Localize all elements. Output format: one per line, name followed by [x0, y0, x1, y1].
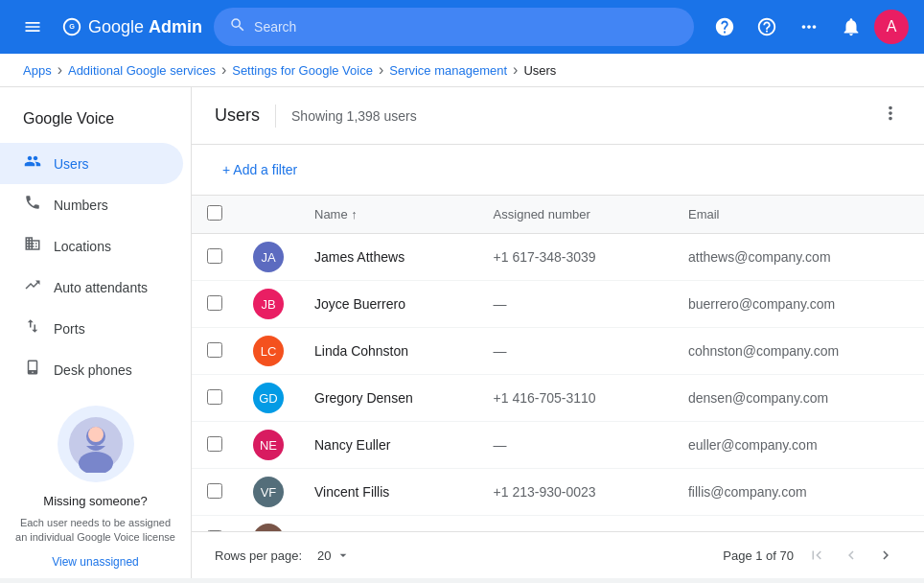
sidebar-item-auto-attendants-label: Auto attendants — [54, 280, 148, 295]
more-options-button[interactable] — [880, 103, 901, 128]
row-number-cell: +1 617-348-3039 — [478, 234, 673, 281]
sidebar-item-locations[interactable]: Locations — [0, 225, 191, 267]
row-avatar-cell: NE — [238, 422, 299, 469]
user-avatar: JA — [253, 242, 284, 272]
row-name-cell: Vincent Fillis — [299, 469, 478, 516]
search-input[interactable] — [254, 19, 679, 35]
assigned-number-column-header[interactable]: Assigned number — [478, 196, 673, 234]
row-checkbox-cell[interactable] — [192, 281, 238, 328]
hamburger-menu-icon[interactable] — [15, 10, 50, 44]
row-checkbox-cell[interactable] — [192, 234, 238, 281]
avatar-col — [238, 196, 299, 234]
row-name-cell: Linda Cohnston — [299, 328, 478, 375]
pagination: Rows per page: 20 Page 1 of 70 — [192, 531, 924, 578]
rows-per-page-select[interactable]: 20 — [310, 544, 358, 567]
row-checkbox-3[interactable] — [207, 389, 222, 405]
support-icon[interactable] — [705, 8, 744, 46]
row-checkbox-4[interactable] — [207, 436, 222, 452]
name-column-header[interactable]: Name ↑ — [299, 196, 478, 234]
row-avatar-cell: JB — [238, 281, 299, 328]
table-row: GD Gregory Densen +1 416-705-3110 densen… — [192, 375, 924, 422]
content-header: Users Showing 1,398 users — [192, 87, 924, 145]
row-name-cell: Nancy Euller — [299, 422, 478, 469]
row-checkbox-1[interactable] — [207, 295, 222, 311]
logo-text: Google Admin — [88, 17, 202, 37]
sidebar-item-auto-attendants[interactable]: Auto attendants — [0, 267, 191, 308]
sidebar-item-ports-label: Ports — [54, 321, 85, 337]
row-checkbox-5[interactable] — [207, 483, 222, 499]
row-checkbox-cell[interactable] — [192, 422, 238, 469]
row-checkbox-cell[interactable] — [192, 469, 238, 516]
user-avatar: LC — [253, 336, 284, 366]
user-avatar: GD — [253, 383, 284, 413]
main-layout: Google Voice Users Numbers Locations Aut… — [0, 87, 924, 578]
apps-icon[interactable] — [790, 8, 828, 46]
breadcrumb-service-management[interactable]: Service management — [389, 63, 507, 78]
header-divider — [275, 105, 276, 128]
breadcrumb-settings-voice[interactable]: Settings for Google Voice — [232, 63, 373, 78]
row-email-cell: atthews@company.com — [673, 234, 924, 281]
numbers-icon — [23, 194, 42, 216]
table-row: JB Joyce Buerrero — buerrero@company.com — [192, 281, 924, 328]
row-checkbox-cell[interactable] — [192, 328, 238, 375]
missing-someone-illustration — [58, 406, 134, 482]
user-avatar: NE — [253, 430, 284, 460]
prev-page-button[interactable] — [836, 540, 866, 571]
row-checkbox-0[interactable] — [207, 248, 222, 264]
sidebar-item-desk-phones[interactable]: Desk phones — [0, 349, 191, 390]
sidebar: Google Voice Users Numbers Locations Aut… — [0, 87, 192, 578]
user-avatar: VF — [253, 477, 284, 507]
user-avatar-button[interactable]: A — [874, 10, 909, 44]
row-avatar-cell: VF — [238, 469, 299, 516]
row-checkbox-cell[interactable] — [192, 375, 238, 422]
users-icon — [23, 152, 42, 175]
select-all-col[interactable] — [192, 196, 238, 234]
table-row: LG Lisa Gelly +44 20-7946-0792 gelly@com… — [192, 516, 924, 532]
help-icon[interactable] — [748, 8, 786, 46]
table-row: LC Linda Cohnston — cohnston@company.com — [192, 328, 924, 375]
select-all-checkbox[interactable] — [207, 205, 222, 221]
sidebar-item-numbers-label: Numbers — [54, 198, 108, 213]
user-avatar: JB — [253, 289, 284, 319]
sidebar-item-users-label: Users — [54, 156, 89, 172]
svg-text:G: G — [69, 22, 75, 31]
add-filter-label: + Add a filter — [222, 162, 297, 177]
sidebar-item-locations-label: Locations — [54, 239, 111, 254]
row-number-cell: +1 213-930-0023 — [478, 469, 673, 516]
search-bar[interactable] — [214, 8, 694, 46]
sidebar-item-ports[interactable]: Ports — [0, 308, 191, 349]
sidebar-item-desk-phones-label: Desk phones — [54, 362, 132, 378]
next-page-button[interactable] — [870, 540, 901, 571]
google-admin-logo[interactable]: G Google Admin — [61, 16, 202, 37]
row-checkbox-cell[interactable] — [192, 516, 238, 532]
notifications-icon[interactable] — [832, 8, 870, 46]
sidebar-bottom: Missing someone? Each user needs to be a… — [0, 390, 191, 578]
row-number-cell: — — [478, 328, 673, 375]
row-avatar-cell: GD — [238, 375, 299, 422]
row-number-cell: — — [478, 281, 673, 328]
page-navigation — [801, 540, 901, 571]
missing-someone-heading: Missing someone? — [15, 494, 175, 508]
first-page-button[interactable] — [801, 540, 832, 571]
ports-icon — [23, 317, 42, 339]
page-title: Users — [215, 105, 260, 126]
nav-icons: A — [705, 8, 909, 46]
breadcrumb-sep-4: › — [513, 61, 518, 79]
sidebar-item-users[interactable]: Users — [0, 143, 183, 184]
sidebar-item-numbers[interactable]: Numbers — [0, 184, 191, 225]
breadcrumb-apps[interactable]: Apps — [23, 63, 52, 78]
table-row: NE Nancy Euller — euller@company.com — [192, 422, 924, 469]
desk-phones-icon — [23, 359, 42, 381]
email-column-header[interactable]: Email — [673, 196, 924, 234]
add-filter-button[interactable]: + Add a filter — [215, 156, 901, 183]
search-icon — [229, 16, 246, 38]
showing-count: Showing 1,398 users — [291, 108, 417, 124]
view-unassigned-link[interactable]: View unassigned — [52, 555, 139, 569]
table-row: VF Vincent Fillis +1 213-930-0023 fillis… — [192, 469, 924, 516]
users-table-wrap: Name ↑ Assigned number Email JA James A — [192, 196, 924, 531]
rows-per-page-value: 20 — [317, 548, 331, 563]
breadcrumb-additional-services[interactable]: Additional Google services — [68, 63, 216, 78]
row-avatar-cell: JA — [238, 234, 299, 281]
breadcrumb-sep-3: › — [379, 61, 383, 79]
row-checkbox-2[interactable] — [207, 342, 222, 358]
